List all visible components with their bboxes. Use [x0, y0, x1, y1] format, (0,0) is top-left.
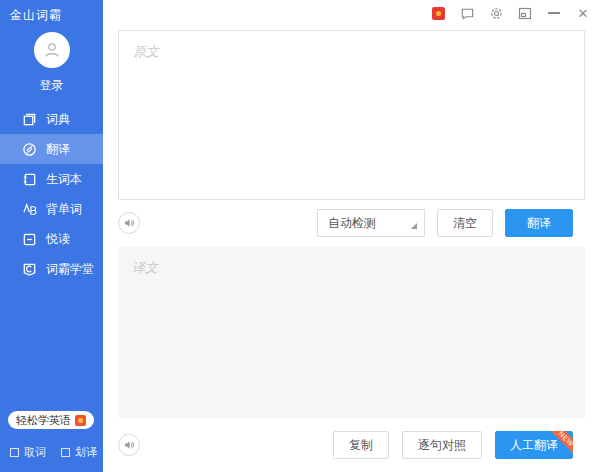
minimize-icon	[548, 12, 560, 14]
source-speak-button[interactable]	[118, 212, 140, 234]
reading-icon	[21, 231, 37, 247]
speaker-icon	[123, 439, 135, 451]
translate-toolbar: 自动检测 清空 翻译	[103, 200, 600, 246]
result-speak-button[interactable]	[118, 434, 140, 456]
sidebar-item-label: 背单词	[46, 201, 82, 218]
result-placeholder: 译文	[132, 260, 158, 275]
ab-letters-icon	[21, 201, 37, 217]
speech-bubble-icon	[460, 6, 475, 21]
feedback-button[interactable]	[459, 5, 475, 21]
capture-toggles: 取词 划译	[0, 429, 103, 466]
close-icon: ✕	[578, 7, 589, 20]
avatar[interactable]	[34, 32, 70, 68]
gift-icon	[432, 7, 445, 20]
human-translate-button[interactable]: 人工翻译 NEW	[495, 431, 573, 459]
result-toolbar: 复制 逐句对照 人工翻译 NEW	[103, 418, 600, 472]
select-translate-checkbox[interactable]	[61, 448, 70, 457]
sidebar-bottom: 轻松学英语 取词 划译	[0, 411, 103, 472]
source-text-input[interactable]	[119, 31, 584, 199]
app-title: 金山词霸	[0, 0, 103, 24]
mini-window-button[interactable]	[517, 5, 533, 21]
learn-english-promo[interactable]: 轻松学英语	[8, 411, 94, 429]
main-panel: ✕ 自动检测 清空 翻译	[103, 0, 600, 472]
notebook-icon	[21, 171, 37, 187]
close-button[interactable]: ✕	[575, 5, 591, 21]
login-button[interactable]: 登录	[40, 77, 64, 94]
source-text-area	[118, 30, 585, 200]
sidebar-item-wordbook[interactable]: 生词本	[0, 164, 103, 194]
sidebar-item-reading[interactable]: 悦读	[0, 224, 103, 254]
sidebar-item-label: 翻译	[46, 141, 70, 158]
gear-icon	[489, 6, 504, 21]
promo-label: 轻松学英语	[16, 413, 71, 428]
app-window: 金山词霸 登录 词典	[0, 0, 600, 472]
capture-word-checkbox[interactable]	[10, 448, 19, 457]
account-section: 登录	[0, 32, 103, 94]
school-icon	[21, 261, 37, 277]
select-translate-toggle[interactable]: 划译	[61, 445, 97, 460]
sidebar-item-memorize[interactable]: 背单词	[0, 194, 103, 224]
titlebar-controls: ✕	[103, 0, 600, 26]
sidebar-item-label: 悦读	[46, 231, 70, 248]
result-panel: 译文	[118, 247, 585, 418]
speaker-icon	[123, 217, 135, 229]
sidebar-item-translate[interactable]: 翻译	[0, 134, 103, 164]
sidebar: 金山词霸 登录 词典	[0, 0, 103, 472]
translate-icon	[21, 141, 37, 157]
sidebar-menu: 词典 翻译 生词本	[0, 104, 103, 284]
copy-button[interactable]: 复制	[333, 431, 389, 459]
sidebar-item-label: 词霸学堂	[46, 261, 94, 278]
dropdown-corner-icon	[411, 223, 417, 229]
language-detect-value: 自动检测	[328, 215, 376, 232]
sidebar-item-label: 生词本	[46, 171, 82, 188]
sidebar-item-school[interactable]: 词霸学堂	[0, 254, 103, 284]
mini-window-icon	[518, 7, 532, 20]
clear-button[interactable]: 清空	[437, 209, 493, 237]
promo-button[interactable]	[430, 5, 446, 21]
new-badge: NEW	[549, 431, 573, 455]
minimize-button[interactable]	[546, 5, 562, 21]
settings-button[interactable]	[488, 5, 504, 21]
sidebar-item-label: 词典	[46, 111, 70, 128]
sentence-compare-button[interactable]: 逐句对照	[402, 431, 482, 459]
sidebar-item-dictionary[interactable]: 词典	[0, 104, 103, 134]
translate-button[interactable]: 翻译	[505, 209, 573, 237]
dictionary-icon	[21, 111, 37, 127]
user-icon	[42, 40, 62, 60]
promo-gift-icon	[75, 415, 86, 426]
language-detect-select[interactable]: 自动检测	[317, 209, 425, 237]
capture-word-toggle[interactable]: 取词	[10, 445, 46, 460]
